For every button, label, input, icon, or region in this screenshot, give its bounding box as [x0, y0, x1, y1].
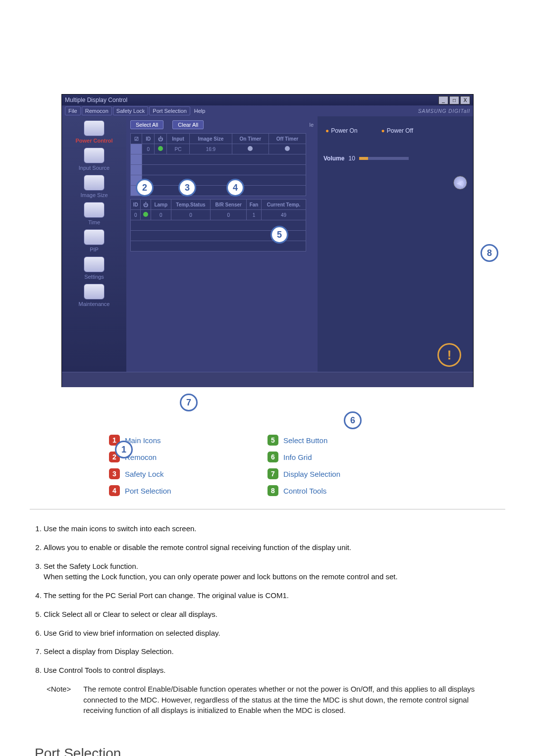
sidebar-label: Settings: [84, 274, 104, 280]
callout-2: 2: [136, 179, 154, 197]
col-fan: Fan: [247, 200, 262, 210]
maximize-button[interactable]: □: [449, 96, 459, 104]
control-tools-panel: ●Power On ●Power Off Volume 10 ◀): [318, 116, 473, 372]
callout-3: 3: [178, 179, 196, 197]
power-icon: [84, 120, 105, 136]
volume-value: 10: [348, 155, 355, 162]
sidebar-label: PIP: [90, 247, 99, 252]
sidebar-item-maintenance[interactable]: Maintenance: [62, 284, 126, 307]
legend-safety-lock: Safety Lock: [125, 470, 163, 478]
volume-slider[interactable]: [359, 157, 409, 160]
power-on-icon: [158, 146, 163, 151]
badge-3: 3: [109, 468, 120, 479]
display-table: ☑ ID ⏻ Input Image Size On Timer Off Tim…: [130, 133, 306, 196]
image-size-icon: [84, 175, 105, 191]
callout-1: 1: [115, 441, 133, 458]
app-title: Multiple Display Control: [65, 97, 127, 103]
badge-7: 7: [268, 468, 278, 479]
info-row[interactable]: 0 0 0 0 1 49: [131, 210, 306, 220]
col-power: ⏻: [141, 200, 151, 210]
input-icon: [84, 148, 105, 163]
note-footnote: <Note> The remote control Enable/Disable…: [47, 684, 505, 716]
pip-icon: [84, 229, 105, 245]
maintenance-icon: [84, 284, 105, 300]
note-7: Select a display from Display Selection.: [44, 646, 505, 657]
badge-8: 8: [268, 485, 278, 496]
sidebar-label: Maintenance: [79, 301, 110, 307]
legend-control-tools: Control Tools: [283, 487, 326, 495]
badge-6: 6: [268, 452, 278, 462]
sidebar-label: Input Source: [79, 165, 109, 171]
col-current-temp: Current Temp.: [262, 200, 306, 210]
sidebar-item-time[interactable]: Time: [62, 202, 126, 225]
note-8: Use Control Tools to control displays.: [44, 665, 505, 676]
clear-all-button[interactable]: Clear All: [172, 120, 204, 129]
col-id: ID: [131, 200, 141, 210]
menu-port-selection[interactable]: Port Selection: [149, 106, 190, 115]
menu-file[interactable]: File: [65, 106, 81, 115]
time-icon: [84, 202, 105, 218]
menu-safety-lock[interactable]: Safety Lock: [113, 106, 148, 115]
col-size: Image Size: [190, 134, 232, 144]
scroll-label: le: [309, 122, 314, 128]
callout-4: 4: [226, 179, 244, 197]
timer-off-icon: [285, 146, 290, 151]
app-window: Multiple Display Control _ □ X File Remo…: [61, 94, 474, 387]
center-panel: Select All Clear All le ☑ ID ⏻ Input Ima…: [126, 116, 318, 372]
settings-icon: [84, 256, 105, 272]
note-4: The setting for the PC Serial Port can c…: [44, 590, 505, 601]
col-on-timer: On Timer: [232, 134, 268, 144]
callout-7: 7: [180, 394, 198, 411]
sidebar-label: Power Control: [75, 138, 112, 144]
callout-5: 5: [270, 226, 288, 244]
legend: 1Main Icons 5Select Button 2Remocon 6Inf…: [109, 432, 426, 499]
note-2: Allows you to enable or disable the remo…: [44, 542, 505, 553]
sidebar-label: Image Size: [80, 192, 107, 198]
badge-5: 5: [268, 435, 278, 446]
power-on-icon: [143, 212, 148, 217]
legend-info-grid: Info Grid: [283, 453, 312, 461]
menu-bar: File Remocon Safety Lock Port Selection …: [62, 105, 473, 116]
power-off-button[interactable]: ●Power Off: [379, 126, 415, 135]
legend-display-selection: Display Selection: [283, 470, 340, 478]
select-all-button[interactable]: Select All: [130, 120, 163, 129]
brand-label: SAMSUNG DIGITall: [418, 108, 470, 114]
col-lamp: Lamp: [151, 200, 171, 210]
sidebar-label: Time: [88, 219, 100, 225]
note-5: Click Select all or Clear to select or c…: [44, 609, 505, 620]
legend-select-button: Select Button: [283, 436, 327, 445]
close-button[interactable]: X: [460, 96, 470, 104]
col-id: ID: [142, 134, 155, 144]
col-check: ☑: [131, 134, 142, 144]
speaker-icon[interactable]: ◀): [453, 176, 467, 190]
menu-remocon[interactable]: Remocon: [82, 106, 112, 115]
sidebar-item-power-control[interactable]: Power Control: [62, 120, 126, 144]
note-label: <Note>: [47, 684, 81, 695]
note-text: The remote control Enable/Disable functi…: [83, 684, 480, 716]
table-row[interactable]: 0 PC 16:9: [131, 144, 306, 154]
sidebar: Power Control Input Source Image Size Ti…: [62, 116, 126, 372]
badge-4: 4: [109, 485, 120, 496]
title-bar: Multiple Display Control _ □ X: [62, 95, 473, 105]
menu-help[interactable]: Help: [191, 107, 209, 115]
section-title: Port Selection: [35, 746, 505, 756]
sidebar-item-pip[interactable]: PIP: [62, 229, 126, 252]
col-temp-status: Temp.Status: [171, 200, 211, 210]
divider: [30, 509, 505, 509]
sidebar-item-settings[interactable]: Settings: [62, 256, 126, 280]
sidebar-item-input-source[interactable]: Input Source: [62, 148, 126, 171]
callout-8: 8: [481, 244, 498, 262]
col-power: ⏻: [155, 134, 167, 144]
col-input: Input: [167, 134, 190, 144]
notes-list: Use the main icons to switch into each s…: [30, 523, 505, 676]
status-bar: !: [62, 372, 473, 387]
col-off-timer: Off Timer: [268, 134, 306, 144]
callout-6: 6: [344, 411, 362, 429]
power-on-button[interactable]: ●Power On: [323, 126, 360, 135]
sidebar-item-image-size[interactable]: Image Size: [62, 175, 126, 198]
minimize-button[interactable]: _: [438, 96, 448, 104]
note-6: Use Grid to view brief information on se…: [44, 628, 505, 639]
note-3: Set the Safety Lock function. When setti…: [44, 561, 505, 583]
legend-port-selection: Port Selection: [125, 487, 171, 495]
info-grid: ID ⏻ Lamp Temp.Status B/R Senser Fan Cur…: [130, 199, 306, 252]
